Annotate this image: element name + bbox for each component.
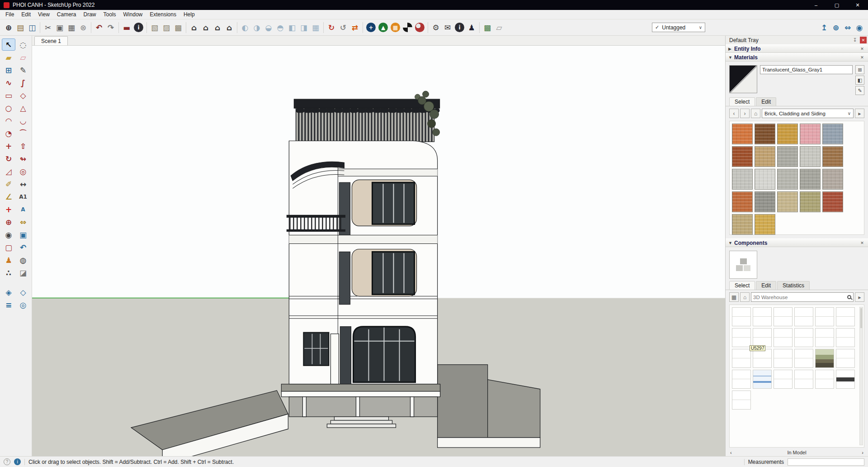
nav-right-icon[interactable]: › — [862, 450, 863, 455]
pie-icon[interactable]: ◔ — [2, 127, 15, 139]
tag-dropdown[interactable]: ✓ Untagged ∨ — [652, 23, 705, 32]
component-thumbnail[interactable] — [774, 370, 793, 389]
geolocation-icon[interactable]: ? — [4, 458, 10, 465]
globe-icon[interactable] — [415, 23, 425, 32]
material-swatch[interactable] — [777, 124, 798, 144]
expander-arrow-icon[interactable]: ▼ — [728, 55, 734, 60]
info-icon[interactable]: i — [14, 458, 21, 465]
new-model-icon[interactable]: ⊕ — [3, 22, 14, 33]
details-button[interactable]: ▸ — [855, 292, 864, 302]
rotate-icon[interactable]: ↻ — [2, 152, 15, 165]
open-icon[interactable]: ▤ — [14, 22, 26, 33]
solid-tool-3-icon[interactable]: ◒ — [263, 22, 274, 33]
match-photo-icon[interactable] — [403, 23, 412, 32]
refresh-import-icon[interactable]: ↻ — [326, 22, 337, 33]
component-thumbnail[interactable]: U5297 — [753, 349, 772, 368]
sample-paint-button[interactable]: ✎ — [855, 86, 864, 95]
email-icon[interactable]: ✉ — [442, 22, 453, 33]
scale-icon[interactable]: ◿ — [2, 165, 15, 177]
expander-arrow-icon[interactable]: ▼ — [728, 241, 734, 245]
component-thumbnail[interactable] — [753, 370, 772, 389]
rotated-rectangle-icon[interactable]: ◇ — [16, 89, 30, 101]
orbit-icon[interactable]: ⊕ — [2, 216, 15, 228]
solids-box-3-icon[interactable]: ▩ — [172, 22, 184, 33]
paint-bucket-icon[interactable]: ▰ — [2, 51, 15, 63]
freehand-icon[interactable]: ∿ — [2, 76, 15, 89]
entity-info-icon[interactable]: i — [134, 23, 143, 32]
component-thumbnail[interactable] — [836, 307, 855, 326]
protractor-icon[interactable]: ∠ — [2, 191, 15, 203]
view-options-button[interactable]: ▦ — [729, 292, 739, 302]
component-thumbnail[interactable] — [836, 349, 855, 368]
pin-icon[interactable]: ↧ — [851, 37, 859, 43]
save-icon[interactable]: ◫ — [26, 22, 38, 33]
menu-tools[interactable]: Tools — [100, 10, 120, 19]
user-account-icon[interactable]: ♟ — [466, 22, 477, 33]
axes-icon[interactable]: + — [2, 203, 15, 215]
redo-icon[interactable]: ↷ — [105, 22, 117, 33]
material-swatch[interactable] — [755, 191, 775, 212]
materials-header[interactable]: ▼ Materials ✕ — [726, 53, 868, 62]
eraser-icon[interactable]: ▱ — [16, 51, 30, 63]
solid-tool-7-icon[interactable]: ▦ — [310, 22, 321, 33]
component-thumbnail[interactable] — [836, 328, 855, 347]
photo-textures-icon[interactable]: ▦ — [391, 23, 400, 32]
component-thumbnail[interactable] — [732, 307, 751, 326]
home-button[interactable]: ⌂ — [740, 292, 750, 302]
component-thumbnail[interactable] — [794, 349, 813, 368]
secondary-pane-button[interactable]: ◧ — [855, 76, 864, 85]
make-component-icon[interactable]: ⊞ — [2, 64, 15, 76]
look-around-icon[interactable]: ◍ — [16, 254, 30, 266]
minimize-button[interactable]: – — [806, 0, 826, 10]
material-swatch[interactable] — [800, 146, 821, 167]
dimension-icon[interactable]: ↔ — [16, 178, 30, 190]
tab-edit[interactable]: Edit — [756, 97, 776, 106]
solid-tool-4-icon[interactable]: ◓ — [274, 22, 286, 33]
material-swatch[interactable] — [732, 169, 753, 190]
measurements-input[interactable] — [788, 458, 864, 466]
panel-close-button[interactable]: ✕ — [859, 54, 865, 61]
components-scrollbar[interactable] — [859, 307, 863, 445]
undo-icon[interactable]: ↶ — [93, 22, 105, 33]
menu-file[interactable]: File — [2, 10, 18, 19]
tape-measure-icon[interactable]: ✐ — [2, 178, 15, 190]
instructor-icon[interactable]: i — [455, 23, 464, 32]
zoom-nav-icon[interactable]: ◉ — [854, 22, 865, 33]
tab-select[interactable]: Select — [729, 97, 755, 106]
material-swatch[interactable] — [800, 169, 821, 190]
polygon-icon[interactable]: △ — [16, 102, 30, 114]
follow-me-icon[interactable]: ↬ — [16, 152, 30, 165]
component-thumbnail[interactable] — [794, 328, 813, 347]
search-icon[interactable] — [847, 295, 851, 299]
maximize-button[interactable]: ▢ — [826, 0, 847, 10]
material-swatch[interactable] — [777, 191, 798, 212]
component-thumbnail[interactable] — [732, 328, 751, 347]
material-swatch[interactable] — [822, 124, 843, 144]
component-thumbnail[interactable] — [774, 328, 793, 347]
house-4-icon[interactable]: ⌂ — [223, 22, 235, 33]
paste-icon[interactable]: ▦ — [66, 22, 77, 33]
material-swatch[interactable] — [822, 169, 843, 190]
three-point-arc-icon[interactable]: ⌒ — [16, 127, 30, 139]
push-pull-icon[interactable]: ⇧ — [16, 140, 30, 152]
material-name-field[interactable]: Translucent_Glass_Gray1 — [760, 65, 853, 74]
close-button[interactable]: ✕ — [847, 0, 868, 10]
scene-tab[interactable]: Scene 1 — [34, 36, 68, 45]
menu-extensions[interactable]: Extensions — [146, 10, 180, 19]
menu-window[interactable]: Window — [120, 10, 146, 19]
material-swatch[interactable] — [755, 214, 775, 235]
3d-text-icon[interactable]: A — [16, 203, 30, 215]
component-thumbnail[interactable] — [815, 328, 834, 347]
extension-tool-4-icon[interactable]: ◎ — [16, 299, 30, 311]
panel-close-button[interactable]: ✕ — [859, 46, 865, 52]
material-swatch[interactable] — [822, 191, 843, 212]
delete-icon[interactable]: ⊗ — [77, 22, 89, 33]
search-input[interactable] — [753, 295, 847, 300]
home-button[interactable]: ⌂ — [751, 109, 760, 118]
walk-icon[interactable]: ∴ — [2, 267, 15, 279]
menu-view[interactable]: View — [34, 10, 53, 19]
copy-icon[interactable]: ▣ — [54, 22, 66, 33]
refresh-export-icon[interactable]: ↺ — [337, 22, 349, 33]
component-thumbnail[interactable] — [732, 391, 751, 410]
extension-tool-2-icon[interactable]: ◇ — [16, 286, 30, 298]
